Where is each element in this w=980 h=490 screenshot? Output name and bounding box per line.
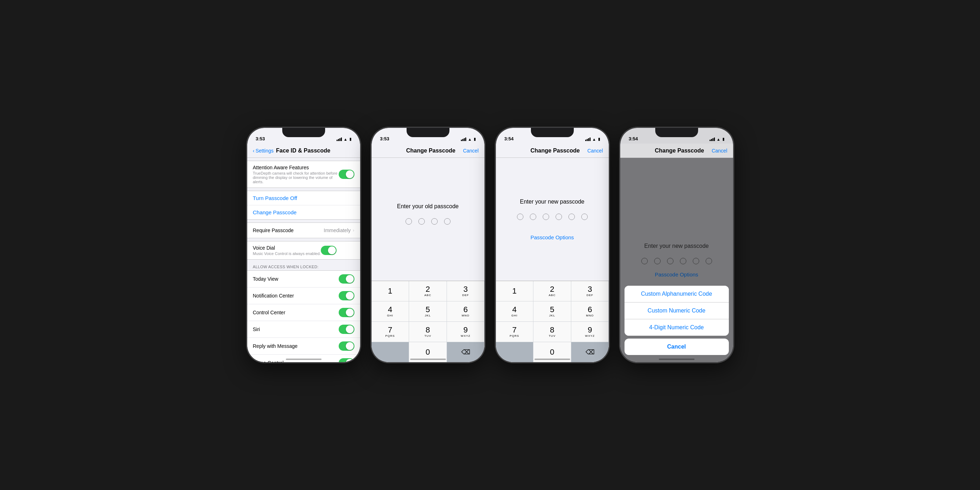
notification-center-row[interactable]: Notification Center (247, 288, 360, 304)
passcode-prompt-area-3: Enter your new passcode Passcode Options (496, 158, 609, 281)
voice-dial-row[interactable]: Voice Dial Music Voice Control is always… (247, 242, 360, 259)
screen-2: 3:53 ▲ ▮ Change Passcode Cancel Enter yo… (372, 128, 484, 362)
numpad-key-2-6[interactable]: 6MNO (447, 301, 484, 321)
passcode-links-section: Turn Passcode Off Change Passcode (247, 191, 360, 220)
modal-overlay-4: Custom Alphanumeric Code Custom Numeric … (620, 158, 733, 362)
today-view-label: Today View (253, 276, 339, 282)
numpad-key-2-4[interactable]: 4GHI (372, 301, 409, 321)
control-center-row[interactable]: Control Center (247, 304, 360, 321)
home-indicator-3 (535, 359, 570, 360)
numpad-key-2-3[interactable]: 3DEF (447, 281, 484, 301)
siri-row[interactable]: Siri (247, 321, 360, 338)
modal-option-4digit[interactable]: 4-Digit Numeric Code (625, 319, 729, 336)
wifi-icon: ▲ (344, 137, 348, 142)
allow-access-header: ALLOW ACCESS WHEN LOCKED: (247, 262, 360, 270)
passcode-dot-3-3 (543, 213, 549, 220)
numpad-2: 1 2ABC 3DEF 4GHI 5JKL 6MNO 7PQRS 8TUV 9W… (372, 281, 484, 362)
numpad-key-3-5[interactable]: 5JKL (533, 301, 571, 321)
notification-center-toggle[interactable] (339, 291, 355, 301)
signal-icon (337, 137, 342, 141)
phone-2: 3:53 ▲ ▮ Change Passcode Cancel Enter yo… (371, 127, 485, 363)
numpad-key-3-7[interactable]: 7PQRS (496, 322, 533, 342)
require-passcode-chevron: › (353, 228, 355, 233)
home-control-toggle[interactable] (339, 358, 355, 362)
today-view-toggle[interactable] (339, 274, 355, 283)
signal-icon-4 (710, 137, 715, 141)
numpad-key-2-empty (372, 342, 409, 362)
cancel-button-2[interactable]: Cancel (463, 148, 479, 154)
siri-toggle[interactable] (339, 325, 355, 334)
numpad-key-2-8[interactable]: 8TUV (409, 322, 447, 342)
numpad-key-3-1[interactable]: 1 (496, 281, 533, 301)
passcode-dot-3-2 (530, 213, 536, 220)
cancel-button-4[interactable]: Cancel (712, 148, 727, 154)
reply-message-toggle[interactable] (339, 341, 355, 351)
numpad-key-3-4[interactable]: 4GHI (496, 301, 533, 321)
numpad-key-2-7[interactable]: 7PQRS (372, 322, 409, 342)
nav-title-1: Face ID & Passcode (252, 148, 355, 154)
passcode-dots-3 (517, 213, 588, 220)
control-center-toggle[interactable] (339, 308, 355, 317)
passcode-content-3: Enter your new passcode Passcode Options… (496, 158, 609, 362)
allow-access-section: ALLOW ACCESS WHEN LOCKED: Today View Not… (247, 262, 360, 362)
control-center-label: Control Center (253, 310, 339, 315)
numpad-key-3-3[interactable]: 3DEF (571, 281, 609, 301)
voice-dial-section: Voice Dial Music Voice Control is always… (247, 241, 360, 259)
home-indicator-2 (410, 359, 446, 360)
attention-sublabel: TrueDepth camera will check for attentio… (253, 171, 339, 184)
attention-toggle[interactable] (339, 170, 355, 179)
voice-dial-label: Voice Dial (253, 245, 321, 251)
status-icons-4: ▲ ▮ (710, 137, 725, 142)
phone-3: 3:54 ▲ ▮ Change Passcode Cancel Enter yo… (495, 127, 609, 363)
voice-dial-toggle[interactable] (321, 246, 337, 255)
numpad-key-2-backspace[interactable]: ⌫ (447, 342, 484, 362)
modal-option-alphanumeric[interactable]: Custom Alphanumeric Code (625, 286, 729, 302)
passcode-dot-3-4 (555, 213, 562, 220)
turn-passcode-off-row[interactable]: Turn Passcode Off (247, 191, 360, 205)
passcode-dot-3-6 (581, 213, 588, 220)
numpad-key-2-1[interactable]: 1 (372, 281, 409, 301)
numpad-key-2-9[interactable]: 9WXYZ (447, 322, 484, 342)
numpad-key-3-6[interactable]: 6MNO (571, 301, 609, 321)
modal-option-numeric[interactable]: Custom Numeric Code (625, 302, 729, 319)
change-passcode-row[interactable]: Change Passcode (247, 205, 360, 219)
passcode-content-2: Enter your old passcode 1 2ABC 3DEF 4GHI… (372, 158, 484, 362)
phone-4: 3:54 ▲ ▮ Change Passcode Cancel Enter yo… (619, 127, 734, 363)
screen-1: 3:53 ▲ ▮ ‹ Settings Face ID & Passcode (247, 128, 360, 362)
status-time-4: 3:54 (629, 136, 638, 142)
attention-section: Attention Aware Features TrueDepth camer… (247, 161, 360, 188)
numpad-key-2-2[interactable]: 2ABC (409, 281, 447, 301)
attention-label: Attention Aware Features (253, 165, 339, 170)
passcode-dot-3-5 (568, 213, 575, 220)
modal-sheet-4: Custom Alphanumeric Code Custom Numeric … (625, 286, 729, 336)
numpad-key-3-9[interactable]: 9WXYZ (571, 322, 609, 342)
notification-center-label: Notification Center (253, 293, 339, 299)
passcode-prompt-text-3: Enter your new passcode (520, 199, 584, 205)
numpad-key-3-backspace[interactable]: ⌫ (571, 342, 609, 362)
today-view-row[interactable]: Today View (247, 271, 360, 288)
change-passcode-label[interactable]: Change Passcode (253, 209, 297, 215)
passcode-dot-3-1 (517, 213, 523, 220)
turn-passcode-off-label[interactable]: Turn Passcode Off (253, 195, 297, 201)
allow-access-rows: Today View Notification Center Control C… (247, 270, 360, 362)
cancel-button-3[interactable]: Cancel (587, 148, 603, 154)
home-control-label: Home Control (253, 360, 339, 362)
require-passcode-row[interactable]: Require Passcode Immediately › (247, 223, 360, 238)
nav-title-3: Change Passcode (523, 148, 587, 154)
status-time-1: 3:53 (256, 136, 265, 142)
status-icons-1: ▲ ▮ (337, 137, 352, 142)
battery-icon: ▮ (349, 137, 352, 142)
status-time-2: 3:53 (380, 136, 390, 142)
modal-cancel-button[interactable]: Cancel (625, 339, 729, 355)
reply-message-row[interactable]: Reply with Message (247, 338, 360, 355)
phone-1: 3:53 ▲ ▮ ‹ Settings Face ID & Passcode (247, 127, 361, 363)
passcode-options-link-3[interactable]: Passcode Options (531, 234, 574, 240)
numpad-key-3-8[interactable]: 8TUV (533, 322, 571, 342)
attention-row[interactable]: Attention Aware Features TrueDepth camer… (247, 161, 360, 188)
signal-icon-2 (461, 137, 466, 141)
numpad-key-3-2[interactable]: 2ABC (533, 281, 571, 301)
notch-3 (531, 128, 574, 137)
notch-4 (655, 128, 698, 137)
numpad-key-2-5[interactable]: 5JKL (409, 301, 447, 321)
backspace-icon-3: ⌫ (585, 348, 595, 356)
